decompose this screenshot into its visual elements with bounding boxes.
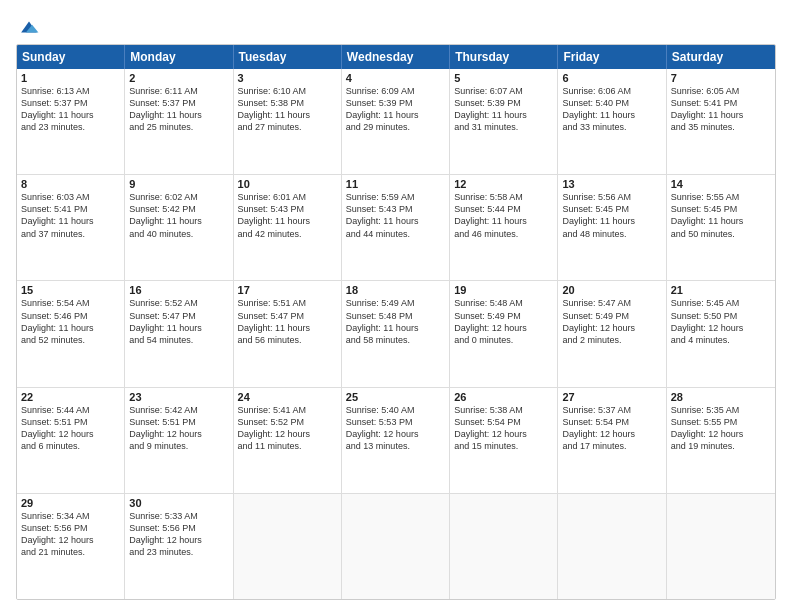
sunrise-text: Sunrise: 6:11 AM	[129, 85, 228, 97]
calendar-day-empty	[234, 494, 342, 599]
calendar-day-24: 24Sunrise: 5:41 AMSunset: 5:52 PMDayligh…	[234, 388, 342, 493]
daylight-text-1: Daylight: 12 hours	[562, 428, 661, 440]
sunrise-text: Sunrise: 5:38 AM	[454, 404, 553, 416]
calendar-day-28: 28Sunrise: 5:35 AMSunset: 5:55 PMDayligh…	[667, 388, 775, 493]
sunrise-text: Sunrise: 5:44 AM	[21, 404, 120, 416]
daylight-text-2: and 56 minutes.	[238, 334, 337, 346]
calendar-day-8: 8Sunrise: 6:03 AMSunset: 5:41 PMDaylight…	[17, 175, 125, 280]
daylight-text-2: and 40 minutes.	[129, 228, 228, 240]
calendar-week-4: 22Sunrise: 5:44 AMSunset: 5:51 PMDayligh…	[17, 388, 775, 494]
day-number: 25	[346, 391, 445, 403]
sunset-text: Sunset: 5:48 PM	[346, 310, 445, 322]
calendar-day-20: 20Sunrise: 5:47 AMSunset: 5:49 PMDayligh…	[558, 281, 666, 386]
sunset-text: Sunset: 5:56 PM	[129, 522, 228, 534]
calendar-day-empty	[558, 494, 666, 599]
sunrise-text: Sunrise: 5:35 AM	[671, 404, 771, 416]
sunset-text: Sunset: 5:56 PM	[21, 522, 120, 534]
daylight-text-1: Daylight: 12 hours	[21, 428, 120, 440]
daylight-text-1: Daylight: 12 hours	[671, 322, 771, 334]
daylight-text-1: Daylight: 11 hours	[238, 322, 337, 334]
daylight-text-2: and 17 minutes.	[562, 440, 661, 452]
daylight-text-2: and 11 minutes.	[238, 440, 337, 452]
sunset-text: Sunset: 5:47 PM	[238, 310, 337, 322]
calendar-week-5: 29Sunrise: 5:34 AMSunset: 5:56 PMDayligh…	[17, 494, 775, 599]
sunset-text: Sunset: 5:49 PM	[454, 310, 553, 322]
daylight-text-2: and 31 minutes.	[454, 121, 553, 133]
day-number: 8	[21, 178, 120, 190]
day-number: 13	[562, 178, 661, 190]
day-number: 16	[129, 284, 228, 296]
sunrise-text: Sunrise: 5:34 AM	[21, 510, 120, 522]
sunset-text: Sunset: 5:49 PM	[562, 310, 661, 322]
daylight-text-2: and 29 minutes.	[346, 121, 445, 133]
daylight-text-2: and 44 minutes.	[346, 228, 445, 240]
daylight-text-2: and 0 minutes.	[454, 334, 553, 346]
calendar-header: SundayMondayTuesdayWednesdayThursdayFrid…	[17, 45, 775, 69]
daylight-text-1: Daylight: 11 hours	[671, 215, 771, 227]
calendar-day-14: 14Sunrise: 5:55 AMSunset: 5:45 PMDayligh…	[667, 175, 775, 280]
calendar-body: 1Sunrise: 6:13 AMSunset: 5:37 PMDaylight…	[17, 69, 775, 599]
sunrise-text: Sunrise: 6:10 AM	[238, 85, 337, 97]
day-number: 22	[21, 391, 120, 403]
calendar-day-1: 1Sunrise: 6:13 AMSunset: 5:37 PMDaylight…	[17, 69, 125, 174]
daylight-text-1: Daylight: 11 hours	[129, 109, 228, 121]
page: SundayMondayTuesdayWednesdayThursdayFrid…	[0, 0, 792, 612]
daylight-text-1: Daylight: 11 hours	[454, 109, 553, 121]
day-number: 19	[454, 284, 553, 296]
sunset-text: Sunset: 5:50 PM	[671, 310, 771, 322]
day-number: 18	[346, 284, 445, 296]
sunset-text: Sunset: 5:41 PM	[671, 97, 771, 109]
calendar-day-7: 7Sunrise: 6:05 AMSunset: 5:41 PMDaylight…	[667, 69, 775, 174]
calendar: SundayMondayTuesdayWednesdayThursdayFrid…	[16, 44, 776, 600]
sunset-text: Sunset: 5:44 PM	[454, 203, 553, 215]
daylight-text-1: Daylight: 11 hours	[129, 215, 228, 227]
daylight-text-2: and 19 minutes.	[671, 440, 771, 452]
calendar-day-empty	[342, 494, 450, 599]
calendar-day-21: 21Sunrise: 5:45 AMSunset: 5:50 PMDayligh…	[667, 281, 775, 386]
daylight-text-2: and 48 minutes.	[562, 228, 661, 240]
daylight-text-1: Daylight: 11 hours	[346, 109, 445, 121]
sunrise-text: Sunrise: 6:09 AM	[346, 85, 445, 97]
header	[16, 12, 776, 38]
weekday-header-thursday: Thursday	[450, 45, 558, 69]
daylight-text-2: and 27 minutes.	[238, 121, 337, 133]
daylight-text-1: Daylight: 11 hours	[21, 215, 120, 227]
calendar-day-30: 30Sunrise: 5:33 AMSunset: 5:56 PMDayligh…	[125, 494, 233, 599]
daylight-text-2: and 9 minutes.	[129, 440, 228, 452]
sunset-text: Sunset: 5:51 PM	[21, 416, 120, 428]
day-number: 5	[454, 72, 553, 84]
sunrise-text: Sunrise: 5:52 AM	[129, 297, 228, 309]
calendar-day-4: 4Sunrise: 6:09 AMSunset: 5:39 PMDaylight…	[342, 69, 450, 174]
calendar-day-5: 5Sunrise: 6:07 AMSunset: 5:39 PMDaylight…	[450, 69, 558, 174]
sunset-text: Sunset: 5:42 PM	[129, 203, 228, 215]
day-number: 14	[671, 178, 771, 190]
calendar-day-18: 18Sunrise: 5:49 AMSunset: 5:48 PMDayligh…	[342, 281, 450, 386]
calendar-day-22: 22Sunrise: 5:44 AMSunset: 5:51 PMDayligh…	[17, 388, 125, 493]
calendar-day-9: 9Sunrise: 6:02 AMSunset: 5:42 PMDaylight…	[125, 175, 233, 280]
calendar-day-17: 17Sunrise: 5:51 AMSunset: 5:47 PMDayligh…	[234, 281, 342, 386]
sunrise-text: Sunrise: 6:01 AM	[238, 191, 337, 203]
sunrise-text: Sunrise: 5:51 AM	[238, 297, 337, 309]
calendar-day-3: 3Sunrise: 6:10 AMSunset: 5:38 PMDaylight…	[234, 69, 342, 174]
sunset-text: Sunset: 5:45 PM	[671, 203, 771, 215]
weekday-header-saturday: Saturday	[667, 45, 775, 69]
daylight-text-1: Daylight: 11 hours	[346, 215, 445, 227]
sunrise-text: Sunrise: 5:41 AM	[238, 404, 337, 416]
day-number: 26	[454, 391, 553, 403]
day-number: 20	[562, 284, 661, 296]
daylight-text-1: Daylight: 12 hours	[562, 322, 661, 334]
daylight-text-1: Daylight: 11 hours	[562, 109, 661, 121]
daylight-text-2: and 21 minutes.	[21, 546, 120, 558]
logo	[16, 16, 40, 38]
calendar-day-empty	[450, 494, 558, 599]
sunset-text: Sunset: 5:43 PM	[238, 203, 337, 215]
calendar-day-empty	[667, 494, 775, 599]
daylight-text-1: Daylight: 11 hours	[562, 215, 661, 227]
daylight-text-1: Daylight: 12 hours	[346, 428, 445, 440]
sunrise-text: Sunrise: 6:05 AM	[671, 85, 771, 97]
sunrise-text: Sunrise: 5:56 AM	[562, 191, 661, 203]
day-number: 23	[129, 391, 228, 403]
day-number: 11	[346, 178, 445, 190]
sunrise-text: Sunrise: 6:02 AM	[129, 191, 228, 203]
day-number: 29	[21, 497, 120, 509]
